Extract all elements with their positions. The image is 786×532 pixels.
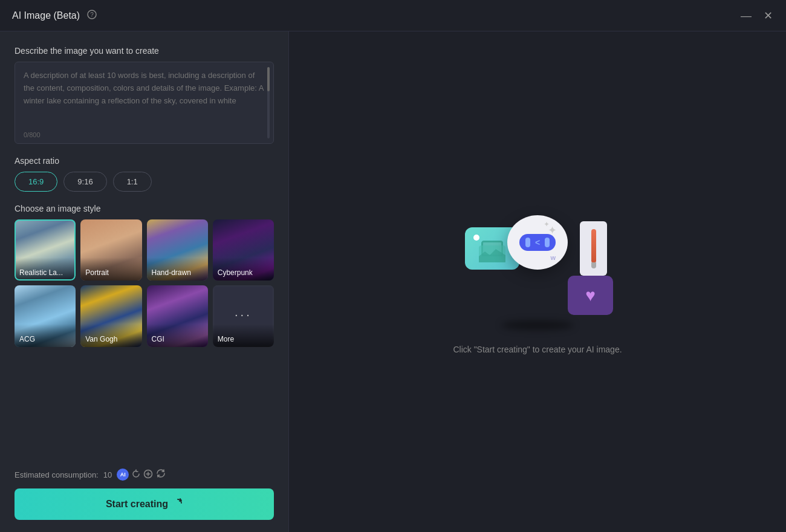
- style-cyberpunk-label: Cyberpunk: [213, 258, 274, 281]
- aspect-btn-169[interactable]: 16:9: [15, 172, 57, 192]
- app-title: AI Image (Beta): [12, 10, 80, 21]
- brush-stick: [591, 229, 596, 262]
- start-btn-icon: [173, 498, 183, 510]
- style-portrait-label: Portrait: [80, 258, 141, 281]
- style-acg[interactable]: ACG: [15, 285, 76, 346]
- style-vangogh[interactable]: Van Gogh: [80, 285, 141, 346]
- right-panel: ✦ ✦ < w ♥: [289, 31, 786, 532]
- bottom-bar: Estimated consumption: 10 AI: [15, 468, 274, 520]
- style-realistic-label: Realistic La...: [15, 258, 76, 281]
- style-handdrawn-label: Hand-drawn: [147, 258, 208, 281]
- consumption-icons: AI: [117, 468, 166, 481]
- brush-tip: [591, 262, 596, 268]
- description-wrapper: 0/800: [15, 62, 274, 144]
- style-more[interactable]: ··· More: [213, 285, 274, 346]
- title-bar: AI Image (Beta) ? — ✕: [0, 0, 786, 31]
- char-count: 0/800: [24, 131, 41, 138]
- robot-shine2: ✦: [544, 220, 550, 229]
- description-input[interactable]: [24, 70, 265, 124]
- main-layout: Describe the image you want to create 0/…: [0, 31, 786, 532]
- brush-card: [580, 221, 607, 276]
- scrollbar-thumb: [267, 67, 270, 91]
- aspect-btn-916[interactable]: 9:16: [63, 172, 106, 192]
- style-realistic[interactable]: Realistic La...: [15, 219, 76, 281]
- title-bar-controls: — ✕: [739, 9, 774, 22]
- consumption-row: Estimated consumption: 10 AI: [15, 468, 274, 481]
- close-button[interactable]: ✕: [762, 9, 774, 22]
- style-portrait[interactable]: Portrait: [80, 219, 141, 281]
- sync-icon: [155, 468, 166, 481]
- image-style-section: Choose an image style Realistic La... Po…: [15, 204, 274, 347]
- style-label: Choose an image style: [15, 204, 274, 213]
- style-cgi[interactable]: CGI: [147, 285, 208, 346]
- help-button[interactable]: ?: [86, 8, 98, 22]
- aspect-ratio-section: Aspect ratio 16:9 9:16 1:1: [15, 156, 274, 192]
- style-acg-label: ACG: [15, 324, 76, 347]
- robot-logo: w: [550, 254, 556, 261]
- robot-head: ✦ ✦ < w: [507, 215, 568, 270]
- description-section: Describe the image you want to create 0/…: [15, 46, 274, 144]
- aspect-btn-11[interactable]: 1:1: [113, 172, 152, 192]
- robot-eye-left: [525, 238, 530, 247]
- style-handdrawn[interactable]: Hand-drawn: [147, 219, 208, 281]
- placeholder-text: Click "Start creating" to create your AI…: [453, 345, 622, 354]
- robot-chevron: <: [535, 238, 540, 247]
- style-cgi-label: CGI: [147, 324, 208, 347]
- scrollbar-track: [267, 67, 270, 138]
- consumption-label: Estimated consumption:: [15, 470, 99, 479]
- heart-card: ♥: [568, 276, 613, 315]
- ai-icon: AI: [117, 469, 129, 481]
- aspect-buttons: 16:9 9:16 1:1: [15, 172, 274, 192]
- robot-eye-right: [545, 238, 550, 247]
- aspect-ratio-label: Aspect ratio: [15, 156, 274, 166]
- style-cyberpunk[interactable]: Cyberpunk: [213, 219, 274, 281]
- refresh-icon: [131, 469, 141, 481]
- consumption-value: 10: [103, 470, 112, 479]
- left-panel: Describe the image you want to create 0/…: [0, 31, 289, 532]
- title-bar-left: AI Image (Beta) ?: [12, 8, 98, 22]
- more-dots: ···: [235, 308, 252, 322]
- description-label: Describe the image you want to create: [15, 46, 274, 56]
- robot-illustration: ✦ ✦ < w ♥: [459, 209, 616, 330]
- minimize-button[interactable]: —: [739, 9, 753, 22]
- card-dot: [473, 235, 479, 241]
- svg-text:?: ?: [90, 11, 94, 18]
- heart-icon: ♥: [585, 286, 596, 305]
- style-vangogh-label: Van Gogh: [80, 324, 141, 347]
- plus-icon: [143, 469, 153, 481]
- robot-shadow: [501, 320, 574, 330]
- style-more-label: More: [213, 324, 274, 347]
- start-creating-button[interactable]: Start creating: [15, 488, 274, 520]
- style-grid: Realistic La... Portrait Hand-drawn Cybe…: [15, 219, 274, 347]
